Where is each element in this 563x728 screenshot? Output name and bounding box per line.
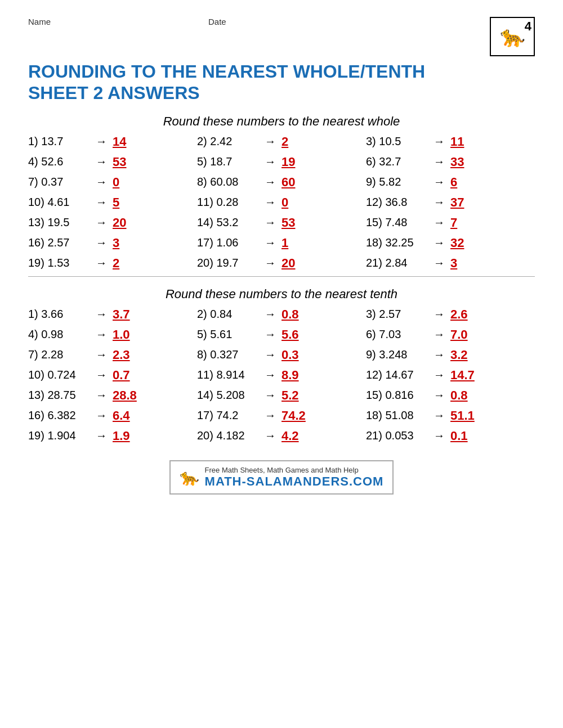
answer-value: 33 bbox=[450, 155, 464, 169]
problems-row: 13) 19.5→2014) 53.2→5315) 7.48→7 bbox=[28, 215, 535, 230]
problem-label: 5) 18.7 bbox=[197, 155, 259, 168]
answer-value: 5.2 bbox=[282, 388, 299, 403]
arrow-icon: → bbox=[434, 348, 445, 361]
answer-value: 0.1 bbox=[450, 429, 468, 443]
answer-value: 28.8 bbox=[113, 388, 137, 403]
arrow-icon: → bbox=[265, 348, 276, 361]
problem-cell: 19) 1.53→2 bbox=[28, 256, 197, 271]
arrow-icon: → bbox=[96, 308, 107, 321]
section2-grid: 1) 3.66→3.72) 0.84→0.83) 2.57→2.64) 0.98… bbox=[28, 307, 535, 443]
problem-label: 21) 2.84 bbox=[366, 257, 428, 269]
arrow-icon: → bbox=[96, 257, 107, 269]
arrow-icon: → bbox=[434, 196, 445, 209]
problems-row: 1) 13.7→142) 2.42→23) 10.5→11 bbox=[28, 134, 535, 149]
problem-cell: 10) 0.724→0.7 bbox=[28, 368, 197, 383]
problem-cell: 17) 1.06→1 bbox=[197, 236, 366, 250]
answer-value: 2 bbox=[113, 256, 119, 271]
footer-box: 🐆 Free Math Sheets, Math Games and Math … bbox=[169, 460, 394, 495]
page-container: Name Date 🐆 4 ROUNDING TO THE NEAREST WH… bbox=[28, 17, 535, 495]
problem-cell: 8) 60.08→60 bbox=[197, 175, 366, 190]
problem-cell: 19) 1.904→1.9 bbox=[28, 429, 197, 443]
problem-cell: 20) 19.7→20 bbox=[197, 256, 366, 271]
answer-value: 14.7 bbox=[450, 368, 475, 383]
arrow-icon: → bbox=[434, 236, 445, 249]
problem-cell: 2) 0.84→0.8 bbox=[197, 307, 366, 322]
problem-label: 2) 2.42 bbox=[197, 135, 259, 148]
problem-label: 19) 1.904 bbox=[28, 429, 90, 442]
problem-label: 6) 7.03 bbox=[366, 328, 428, 341]
problems-row: 1) 3.66→3.72) 0.84→0.83) 2.57→2.6 bbox=[28, 307, 535, 322]
problem-cell: 3) 2.57→2.6 bbox=[366, 307, 535, 322]
answer-value: 7 bbox=[450, 215, 457, 230]
problem-cell: 21) 2.84→3 bbox=[366, 256, 535, 271]
arrow-icon: → bbox=[434, 328, 445, 341]
arrow-icon: → bbox=[434, 369, 445, 381]
answer-value: 60 bbox=[282, 175, 295, 190]
problem-label: 14) 5.208 bbox=[197, 389, 259, 402]
problem-label: 12) 14.67 bbox=[366, 369, 428, 381]
problem-label: 7) 2.28 bbox=[28, 348, 90, 361]
arrow-icon: → bbox=[265, 196, 276, 209]
problems-row: 13) 28.75→28.814) 5.208→5.215) 0.816→0.8 bbox=[28, 388, 535, 403]
problem-label: 10) 0.724 bbox=[28, 369, 90, 381]
problem-label: 17) 74.2 bbox=[197, 409, 259, 422]
answer-value: 8.9 bbox=[282, 368, 299, 383]
logo-number: 4 bbox=[525, 19, 531, 34]
arrow-icon: → bbox=[96, 328, 107, 341]
problem-cell: 4) 0.98→1.0 bbox=[28, 327, 197, 342]
arrow-icon: → bbox=[96, 409, 107, 422]
arrow-icon: → bbox=[434, 308, 445, 321]
problem-label: 11) 8.914 bbox=[197, 369, 259, 381]
problem-label: 12) 36.8 bbox=[366, 196, 428, 209]
problem-label: 16) 2.57 bbox=[28, 236, 90, 249]
problem-label: 17) 1.06 bbox=[197, 236, 259, 249]
problem-cell: 11) 8.914→8.9 bbox=[197, 368, 366, 383]
arrow-icon: → bbox=[265, 135, 276, 148]
problem-label: 5) 5.61 bbox=[197, 328, 259, 341]
date-label: Date bbox=[208, 17, 226, 26]
problem-cell: 3) 10.5→11 bbox=[366, 134, 535, 149]
answer-value: 3 bbox=[450, 256, 457, 271]
problem-cell: 13) 28.75→28.8 bbox=[28, 388, 197, 403]
problem-cell: 18) 51.08→51.1 bbox=[366, 408, 535, 423]
arrow-icon: → bbox=[265, 369, 276, 381]
arrow-icon: → bbox=[96, 389, 107, 402]
arrow-icon: → bbox=[434, 135, 445, 148]
top-bar: Name Date 🐆 4 bbox=[28, 17, 535, 56]
problem-cell: 12) 14.67→14.7 bbox=[366, 368, 535, 383]
problem-label: 13) 19.5 bbox=[28, 216, 90, 229]
problem-label: 8) 0.327 bbox=[197, 348, 259, 361]
footer-logo-icon: 🐆 bbox=[180, 468, 199, 487]
problem-label: 16) 6.382 bbox=[28, 409, 90, 422]
problem-label: 4) 0.98 bbox=[28, 328, 90, 341]
title-line2: SHEET 2 ANSWERS bbox=[28, 82, 535, 104]
problem-cell: 14) 5.208→5.2 bbox=[197, 388, 366, 403]
problem-label: 20) 4.182 bbox=[197, 429, 259, 442]
main-title: ROUNDING TO THE NEAREST WHOLE/TENTH SHEE… bbox=[28, 61, 535, 104]
answer-value: 7.0 bbox=[450, 327, 468, 342]
problem-label: 2) 0.84 bbox=[197, 308, 259, 321]
problem-cell: 4) 52.6→53 bbox=[28, 155, 197, 169]
name-label: Name bbox=[28, 17, 51, 26]
arrow-icon: → bbox=[434, 409, 445, 422]
problem-cell: 15) 0.816→0.8 bbox=[366, 388, 535, 403]
section2-heading: Round these numbers to the nearest tenth bbox=[28, 287, 535, 302]
problem-label: 9) 5.82 bbox=[366, 176, 428, 188]
problems-row: 7) 2.28→2.38) 0.327→0.39) 3.248→3.2 bbox=[28, 348, 535, 362]
arrow-icon: → bbox=[434, 257, 445, 269]
arrow-icon: → bbox=[96, 176, 107, 188]
problem-cell: 17) 74.2→74.2 bbox=[197, 408, 366, 423]
problem-cell: 2) 2.42→2 bbox=[197, 134, 366, 149]
answer-value: 19 bbox=[282, 155, 295, 169]
arrow-icon: → bbox=[96, 196, 107, 209]
answer-value: 0.7 bbox=[113, 368, 130, 383]
problem-label: 3) 10.5 bbox=[366, 135, 428, 148]
arrow-icon: → bbox=[96, 429, 107, 442]
problems-row: 19) 1.904→1.920) 4.182→4.221) 0.053→0.1 bbox=[28, 429, 535, 443]
problem-cell: 10) 4.61→5 bbox=[28, 195, 197, 210]
answer-value: 5 bbox=[113, 195, 119, 210]
answer-value: 20 bbox=[113, 215, 126, 230]
arrow-icon: → bbox=[434, 155, 445, 168]
footer: 🐆 Free Math Sheets, Math Games and Math … bbox=[28, 460, 535, 495]
problem-label: 15) 7.48 bbox=[366, 216, 428, 229]
